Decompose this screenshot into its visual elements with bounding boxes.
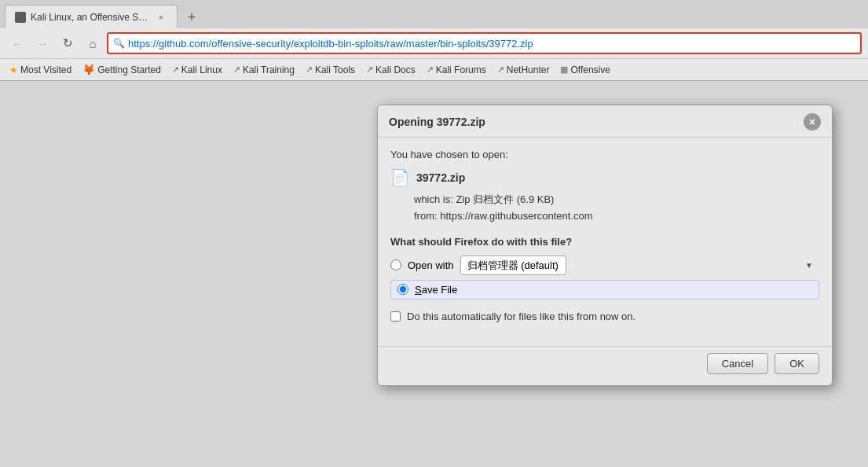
bookmark-label: NetHunter [507,64,550,75]
address-bar-input[interactable] [128,38,855,50]
star-icon: ★ [9,64,18,75]
bookmark-kali-linux[interactable]: ↗ Kali Linux [167,63,227,77]
file-source-text: from: https://raw.githubusercontent.com [414,208,819,225]
auto-checkbox-row: Do this automatically for files like thi… [390,311,819,322]
bookmark-label: Most Visited [20,64,71,75]
dialog-question-text: What should Firefox do with this file? [390,236,819,248]
bookmark-kali-tools[interactable]: ↗ Kali Tools [301,63,360,77]
save-file-label[interactable]: Save File [415,284,457,296]
bookmark-getting-started[interactable]: 🦊 Getting Started [78,62,166,77]
kali-forums-icon: ↗ [427,64,434,75]
bookmark-nethunter[interactable]: ↗ NetHunter [493,63,555,77]
dialog-intro-text: You have chosen to open: [390,149,819,160]
tab-title: Kali Linux, an Offensive Secu [31,12,150,23]
kali-docs-icon: ↗ [366,64,373,75]
dialog-close-button[interactable]: × [804,113,821,131]
open-with-select-wrapper: 归档管理器 (default) [460,256,819,275]
dialog-title: Opening 39772.zip [389,116,485,128]
file-open-dialog: Opening 39772.zip × You have chosen to o… [377,105,833,386]
bookmark-label: Kali Linux [181,64,222,75]
dialog-footer: Cancel OK [378,346,832,385]
open-with-radio[interactable] [390,259,401,270]
bookmark-kali-training[interactable]: ↗ Kali Training [229,63,299,77]
home-button[interactable]: ⌂ [82,32,104,54]
save-file-radio[interactable] [397,284,408,295]
save-s: S [415,284,422,296]
offensive-icon: ▦ [560,64,568,75]
auto-checkbox[interactable] [390,311,401,322]
file-details: which is: Zip 归档文件 (6.9 KB) from: https:… [390,192,819,225]
nethunter-icon: ↗ [497,64,504,75]
search-icon: 🔍 [113,38,125,49]
dialog-overlay: Opening 39772.zip × You have chosen to o… [0,81,868,467]
file-name-text: 39772.zip [416,171,465,184]
tab-close-button[interactable]: × [155,11,167,24]
auto-checkbox-label[interactable]: Do this automatically for files like thi… [407,311,635,322]
dialog-body: You have chosen to open: 📄 39772.zip whi… [378,138,832,346]
bookmark-label: Kali Docs [375,64,416,75]
active-tab[interactable]: Kali Linux, an Offensive Secu × [5,5,178,28]
firefox-icon: 🦊 [82,64,95,75]
page-content: Opening 39772.zip × You have chosen to o… [0,81,868,467]
bookmark-kali-forums[interactable]: ↗ Kali Forums [422,63,491,77]
new-tab-button[interactable]: + [181,6,203,28]
forward-button[interactable]: → [31,32,53,54]
bookmark-label: Offensive [570,64,610,75]
bookmark-offensive[interactable]: ▦ Offensive [555,63,614,77]
back-button[interactable]: ← [6,32,28,54]
bookmark-label: Kali Forums [436,64,486,75]
nav-bar: ← → ↻ ⌂ 🔍 [0,28,868,58]
bookmark-kali-docs[interactable]: ↗ Kali Docs [361,63,420,77]
open-with-select[interactable]: 归档管理器 (default) [460,256,566,275]
file-type-text: which is: Zip 归档文件 (6.9 KB) [414,192,819,208]
open-with-label[interactable]: Open with [408,259,454,271]
bookmark-label: Kali Tools [315,64,355,75]
reload-button[interactable]: ↻ [57,32,79,54]
bookmark-label: Getting Started [97,64,161,75]
cancel-button[interactable]: Cancel [707,353,768,374]
kali-linux-icon: ↗ [172,64,179,75]
save-file-row: Save File [390,280,819,300]
file-info: 📄 39772.zip [390,168,819,187]
tab-favicon [15,12,26,23]
ok-button[interactable]: OK [775,353,819,374]
kali-tools-icon: ↗ [306,64,313,75]
file-zip-icon: 📄 [390,168,410,187]
bookmarks-bar: ★ Most Visited 🦊 Getting Started ↗ Kali … [0,58,868,80]
dialog-titlebar: Opening 39772.zip × [378,105,832,138]
bookmark-label: Kali Training [243,64,295,75]
tab-bar: Kali Linux, an Offensive Secu × + [0,0,868,28]
bookmark-most-visited[interactable]: ★ Most Visited [5,63,76,77]
kali-training-icon: ↗ [233,64,240,75]
open-with-row: Open with 归档管理器 (default) [390,256,819,275]
browser-chrome: Kali Linux, an Offensive Secu × + ← → ↻ … [0,0,868,81]
address-bar-container[interactable]: 🔍 [107,32,862,54]
